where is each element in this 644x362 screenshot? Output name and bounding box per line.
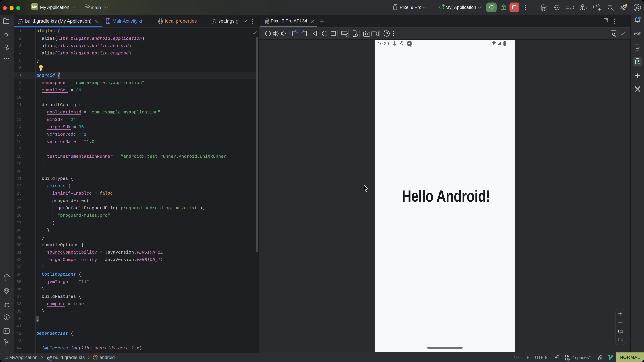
svg-text:A: A xyxy=(556,6,559,10)
